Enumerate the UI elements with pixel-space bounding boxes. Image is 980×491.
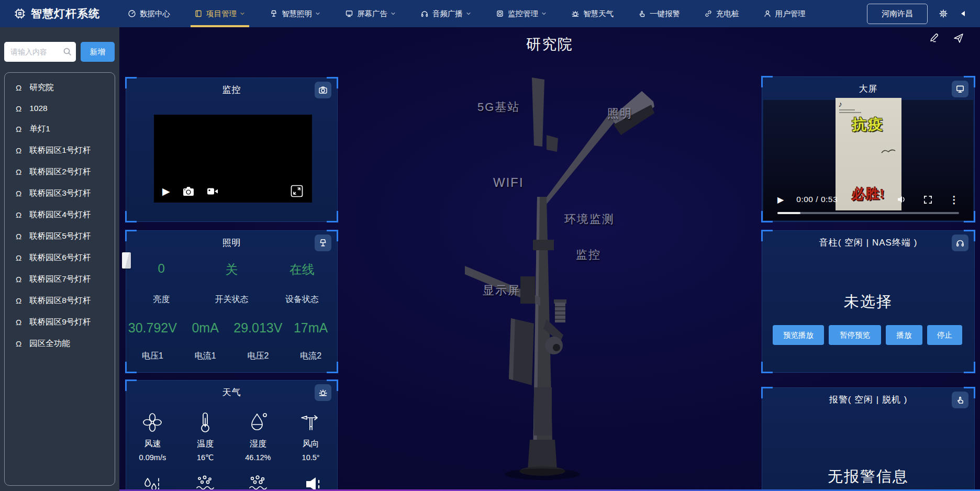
sidebar-item[interactable]: Ω1028 <box>5 98 115 118</box>
weather-card-header: 天气 <box>126 381 337 404</box>
collapse-arrow-icon[interactable] <box>959 10 966 17</box>
alarm-message: 无报警信息 <box>762 466 974 487</box>
lamp-post-3d-render <box>435 73 696 491</box>
brightness-value: 0 <box>126 261 196 278</box>
sidebar-item-label: 联桥园区8号灯杆 <box>29 295 91 306</box>
audio-control-button[interactable]: 暂停预览 <box>829 325 881 345</box>
nav-item-charging-pile[interactable]: 充电桩 <box>692 0 751 27</box>
record-video-icon[interactable] <box>207 187 219 196</box>
electrical-labels-row: 电压1 电流1 电压2 电流2 <box>126 351 337 362</box>
rain-cell <box>126 475 179 491</box>
book-icon <box>194 9 203 18</box>
poster-caption-lines <box>839 109 860 115</box>
big-screen-card-header: 大屏 <box>762 77 974 100</box>
cctv-icon <box>496 9 504 18</box>
smart-lamp-dashboard: 智慧灯杆系统 数据中心 项目管理 智慧照明 屏幕广告 <box>0 0 980 491</box>
sidebar-item-label: 1028 <box>29 104 47 113</box>
audio-control-button[interactable]: 停止 <box>927 325 962 345</box>
sidebar-item[interactable]: Ω联桥园区1号灯杆 <box>5 140 115 161</box>
music-note-icon: ♪ <box>839 99 843 108</box>
fullscreen-icon[interactable] <box>923 195 932 204</box>
fan-icon <box>140 411 164 434</box>
lamp-icon <box>270 9 278 18</box>
nav-item-smart-lighting[interactable]: 智慧照明 <box>258 0 333 27</box>
more-options-icon[interactable]: ⋮ <box>949 194 959 206</box>
sidebar-item[interactable]: Ω单灯1 <box>5 118 115 140</box>
sidebar-item[interactable]: Ω联桥园区5号灯杆 <box>5 226 115 247</box>
nav-item-screen-ads[interactable]: 屏幕广告 <box>333 0 408 27</box>
weather-card: 天气 风速 0.09m/s 温度 16℃ 湿度 46.12% <box>126 380 338 491</box>
sidebar-item[interactable]: Ω联桥园区7号灯杆 <box>5 269 115 290</box>
nav-item-audio-broadcast[interactable]: 音频广播 <box>408 0 484 27</box>
weather-card-title: 天气 <box>222 386 241 398</box>
sidebar-search-row: 新增 <box>0 27 119 62</box>
add-button[interactable]: 新增 <box>81 42 115 62</box>
person-pin-icon: Ω <box>16 340 21 348</box>
nav-menu: 数据中心 项目管理 智慧照明 屏幕广告 音频广播 <box>116 0 818 27</box>
volume-icon[interactable] <box>896 195 907 204</box>
audio-card-header: 音柱( 空闲 | NAS终端 ) <box>762 231 974 254</box>
edit-pencil-icon[interactable] <box>929 32 940 44</box>
audio-control-button[interactable]: 播放 <box>886 325 922 345</box>
person-pin-icon: Ω <box>16 297 21 305</box>
pole-label-lighting: 照明 <box>607 106 632 121</box>
app-title: 智慧灯杆系统 <box>31 6 100 21</box>
chevron-down-icon <box>239 10 246 17</box>
person-pin-icon: Ω <box>16 105 21 113</box>
audio-control-button[interactable]: 预览播放 <box>773 325 824 345</box>
send-navigate-icon[interactable] <box>953 32 964 44</box>
sidebar-item-label: 联桥园区2号灯杆 <box>29 166 91 177</box>
rain-drops-icon <box>141 475 163 491</box>
snapshot-camera-icon[interactable] <box>183 186 194 196</box>
panel-collapse-handle[interactable] <box>122 252 131 269</box>
nav-item-data-center[interactable]: 数据中心 <box>116 0 182 27</box>
device-state-value: 在线 <box>267 261 337 278</box>
nav-item-monitoring[interactable]: 监控管理 <box>484 0 559 27</box>
noise-cell <box>284 475 337 491</box>
hand-point-icon <box>638 9 646 18</box>
sidebar-item[interactable]: Ω联桥园区8号灯杆 <box>5 290 115 311</box>
pm25-icon <box>194 475 216 491</box>
person-icon <box>763 9 772 18</box>
nav-item-smart-weather[interactable]: 智慧天气 <box>559 0 626 27</box>
nav-item-user-management[interactable]: 用户管理 <box>751 0 818 27</box>
pole-label-camera: 监控 <box>576 247 601 263</box>
thermometer-icon <box>193 411 217 434</box>
lighting-values-row: 0 关 在线 <box>126 261 337 278</box>
big-screen-card-title: 大屏 <box>859 83 878 95</box>
audio-selection-status: 未选择 <box>762 292 974 313</box>
lighting-labels-row: 亮度 开关状态 设备状态 <box>126 294 337 305</box>
gauge-icon <box>128 9 136 18</box>
monitor-video-controls: ▶ <box>162 184 304 198</box>
sidebar-item[interactable]: Ω联桥园区4号灯杆 <box>5 204 115 226</box>
video-time: 0:00 / 0:53 <box>796 195 838 204</box>
nav-item-one-key-alarm[interactable]: 一键报警 <box>626 0 692 27</box>
fullscreen-icon[interactable] <box>290 184 304 198</box>
sidebar-item-label: 联桥园区3号灯杆 <box>29 188 91 199</box>
sidebar-item[interactable]: Ω联桥园区9号灯杆 <box>5 311 115 333</box>
big-screen-video-player[interactable]: ♪ 抗疫 必胜! ▶ 0:00 / 0:53 ⋮ <box>763 100 973 220</box>
electrical-values-row: 30.792V 0mA 29.013V 17mA <box>126 320 337 336</box>
play-icon[interactable]: ▶ <box>777 195 784 205</box>
nav-item-project-management[interactable]: 项目管理 <box>182 0 258 27</box>
sidebar-item[interactable]: Ω研究院 <box>5 77 115 98</box>
video-controls-bar: ▶ 0:00 / 0:53 ⋮ <box>763 190 973 209</box>
voltage2-value: 29.013V <box>232 320 285 336</box>
video-progress-bar[interactable] <box>777 212 959 214</box>
region-button[interactable]: 河南许昌 <box>867 4 928 24</box>
switch-state-value: 关 <box>196 261 266 278</box>
gear-icon[interactable] <box>938 8 949 19</box>
sidebar-item[interactable]: Ω园区全功能 <box>5 333 115 354</box>
sidebar-item[interactable]: Ω联桥园区6号灯杆 <box>5 247 115 269</box>
wind-direction-cell: 风向 10.5° <box>284 411 337 462</box>
search-box <box>4 42 76 62</box>
sidebar-item-label: 联桥园区7号灯杆 <box>29 274 91 285</box>
play-icon[interactable]: ▶ <box>162 186 170 196</box>
person-pin-icon: Ω <box>16 232 21 240</box>
left-sidebar: 新增 Ω研究院Ω1028Ω单灯1Ω联桥园区1号灯杆Ω联桥园区2号灯杆Ω联桥园区3… <box>0 27 119 491</box>
person-pin-icon: Ω <box>16 147 21 154</box>
monitor-video-frame[interactable]: ▶ <box>154 115 312 203</box>
headphones-icon <box>420 9 429 18</box>
sidebar-item[interactable]: Ω联桥园区3号灯杆 <box>5 183 115 204</box>
sidebar-item[interactable]: Ω联桥园区2号灯杆 <box>5 161 115 183</box>
